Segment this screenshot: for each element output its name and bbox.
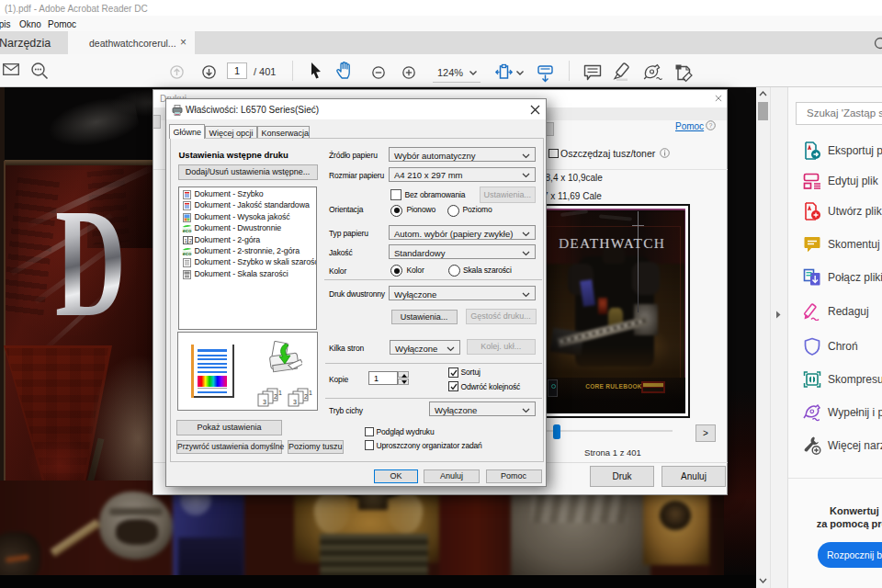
svg-text:2: 2	[304, 393, 308, 400]
svg-text:?: ?	[709, 122, 713, 129]
svg-text:eco: eco	[182, 228, 191, 233]
svg-text:3: 3	[293, 399, 297, 405]
svg-text:3: 3	[263, 399, 266, 405]
svg-text:eco: eco	[182, 250, 191, 255]
svg-text:2: 2	[274, 393, 277, 400]
svg-text:1: 1	[309, 390, 312, 396]
svg-text:1: 1	[278, 390, 282, 396]
